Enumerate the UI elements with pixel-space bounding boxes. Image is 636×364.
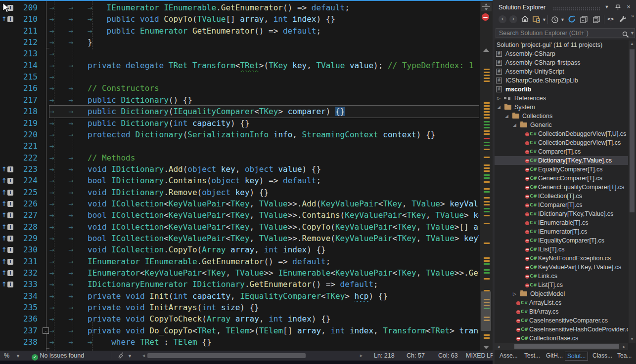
line-number[interactable]: 219 <box>0 118 38 129</box>
zoom-caret-icon[interactable]: ▼ <box>16 354 20 359</box>
panel-drag-texture[interactable] <box>553 7 600 11</box>
scroll-down-arrow-icon[interactable] <box>483 346 489 349</box>
tree-item-comparer-t-cs[interactable]: C#Comparer[T].cs <box>495 147 628 156</box>
tree-item-list-t-cs[interactable]: C#List[T].cs <box>495 281 628 289</box>
implementation-glyph-icon[interactable]: ↑I <box>1 165 13 173</box>
line-number[interactable]: 235 <box>0 302 38 314</box>
code-line[interactable]: →→void ICollection<KeyValuePair<TKey, TV… <box>49 221 479 233</box>
tree-scroll-down-icon[interactable]: ▼ <box>630 337 634 341</box>
scrollbar-thumb[interactable] <box>481 291 491 331</box>
code-line[interactable]: → <box>49 71 479 83</box>
implementation-glyph-icon[interactable]: ↑I <box>1 258 13 266</box>
code-line[interactable]: →→public Dictionary(int capacity) {} <box>49 118 479 129</box>
tree-item-genericcomparer-t-cs[interactable]: C#GenericComparer[T].cs <box>495 174 628 183</box>
tree-hscrollbar-thumb[interactable] <box>514 344 619 349</box>
tree-item-dictionary-tkey-tvalue-cs[interactable]: C#Dictionary[TKey,TValue].cs <box>495 156 628 165</box>
implementation-glyph-icon[interactable]: ↑I <box>1 223 13 231</box>
home-icon[interactable] <box>521 14 529 23</box>
code-line[interactable]: →→private void InitArrays(int size) {} <box>49 302 479 314</box>
chevron-expanded-icon[interactable]: ◢ <box>505 112 508 121</box>
line-number[interactable]: 212 <box>0 37 38 48</box>
tree-vertical-scrollbar[interactable]: ▲ ▼ <box>629 40 636 343</box>
chevron-expanded-icon[interactable]: ◢ <box>497 103 500 112</box>
code-line[interactable]: →→private void Do_CopyTo<TRet, TElem>(TE… <box>49 325 479 337</box>
tree-item-icomparer-t-cs[interactable]: C#IComparer[T].cs <box>495 201 628 209</box>
line-number[interactable]: 220 <box>0 129 38 141</box>
line-number[interactable]: 218 <box>0 106 38 118</box>
search-caret-icon[interactable]: ▼ <box>630 31 635 36</box>
tree-item-iequalitycomparer-t-cs[interactable]: C#IEqualityComparer[T].cs <box>495 236 628 245</box>
tool-tab-asse[interactable]: Asse... <box>498 352 520 360</box>
line-number[interactable]: 234 <box>0 290 38 302</box>
implementation-glyph-icon[interactable]: ↑I <box>1 281 13 288</box>
implementation-glyph-icon[interactable]: ↑I <box>1 177 13 185</box>
collapse-region-button[interactable]: - <box>43 327 49 334</box>
implementation-glyph-icon[interactable]: ↑I <box>1 269 13 277</box>
issues-indicator[interactable]: ✓ No issues found <box>32 352 84 361</box>
tree-item-caseinsensitivehashcodeprovider-cs[interactable]: C#CaseInsensitiveHashCodeProvider.cs <box>495 325 628 334</box>
tree-item-collections[interactable]: ◢Collections <box>495 112 628 121</box>
code-line[interactable]: →→IEnumerator IEnumerable.GetEnumerator(… <box>49 256 479 268</box>
tree-item-solution-project-gui-11-of-11-projects[interactable]: Solution 'project-gui' (11 of 11 project… <box>495 40 628 49</box>
filter-caret-icon[interactable]: ▼ <box>560 17 565 26</box>
implementation-glyph-icon[interactable]: ↑I <box>1 15 13 23</box>
code-line[interactable]: →→void ICollection.CopyTo(Array array, i… <box>49 244 479 256</box>
code-line[interactable]: →→bool IDictionary.Contains(object key) … <box>49 175 479 187</box>
code-line[interactable]: →→} <box>49 37 479 48</box>
tree-item-arraylist-cs[interactable]: C#ArrayList.cs <box>495 298 628 307</box>
line-number[interactable]: 214 <box>0 60 38 72</box>
tree-scrollbar-thumb[interactable] <box>630 49 635 212</box>
line-number[interactable]: 216 <box>0 82 38 94</box>
code-line[interactable]: →→IDictionaryEnumerator IDictionary.GetE… <box>49 279 479 290</box>
tree-item-system[interactable]: ◢System <box>495 103 628 112</box>
implementation-glyph-icon[interactable]: ↑I <box>1 211 13 219</box>
tree-item-icsharpcode-sharpziplib[interactable]: #ICSharpCode.SharpZipLib <box>495 76 628 85</box>
code-line[interactable]: →→bool ICollection<KeyValuePair<TKey, TV… <box>49 233 479 244</box>
tree-item-ienumerator-t-cs[interactable]: C#IEnumerator[T].cs <box>495 227 628 236</box>
code-line[interactable]: →→→public Enumerator GetEnumerator() => … <box>49 25 479 37</box>
tool-tab-class[interactable]: Class... <box>591 352 614 360</box>
tree-item-references[interactable]: ▷References <box>495 94 628 103</box>
code-line[interactable]: →→void ICollection<KeyValuePair<TKey, TV… <box>49 198 479 210</box>
sync-caret-icon[interactable]: ▼ <box>542 17 546 26</box>
tree-item-icollection-t-cs[interactable]: C#ICollection[T].cs <box>495 192 628 201</box>
implementation-glyph-icon[interactable]: ↑I <box>1 246 13 254</box>
tool-tab-test[interactable]: Test... <box>522 352 542 360</box>
line-number[interactable]: 213 <box>0 48 38 60</box>
hscrollbar-thumb[interactable] <box>147 353 306 358</box>
tree-item-genericequalitycomparer-t-cs[interactable]: C#GenericEqualityComparer[T].cs <box>495 183 628 192</box>
code-line[interactable]: → <box>49 48 479 60</box>
code-line[interactable]: →→bool ICollection<KeyValuePair<TKey, TV… <box>49 209 479 221</box>
tree-item-link-cs[interactable]: C#Link.cs <box>495 272 628 281</box>
line-number[interactable]: 221 <box>0 140 38 152</box>
code-line[interactable]: →→private delegate TRet Transform<TRet>(… <box>49 60 479 72</box>
outlining-margin-line[interactable] <box>46 1 46 351</box>
line-number[interactable]: 236 <box>0 313 38 325</box>
tree-item-generic[interactable]: ◢Generic <box>495 121 628 129</box>
status-encoding[interactable]: MIXED <box>466 352 486 359</box>
tree-scroll-left-icon[interactable]: ◄ <box>497 345 500 349</box>
search-icon[interactable] <box>622 30 629 39</box>
chevron-collapsed-icon[interactable]: ▷ <box>513 289 516 298</box>
code-line[interactable]: →→protected Dictionary(SerializationInfo… <box>49 129 479 141</box>
code-line[interactable]: →→private void Init(int capacity, IEqual… <box>49 290 479 302</box>
line-number[interactable]: 217 <box>0 94 38 106</box>
code-line[interactable]: →→void IDictionary.Remove(object key) {} <box>49 187 479 199</box>
tree-item-assembly-unityscript[interactable]: #Assembly-UnityScript <box>495 67 628 76</box>
properties-wrench-icon[interactable] <box>619 15 627 24</box>
tree-item-mscorlib[interactable]: #mscorlib <box>495 85 628 94</box>
implementation-glyph-icon[interactable]: ↑I <box>1 200 13 208</box>
tree-item-collectiondebuggerview-t-cs[interactable]: C#CollectionDebuggerView[T].cs <box>495 138 628 147</box>
tree-item-objectmodel[interactable]: ▷ObjectModel <box>495 289 628 298</box>
toolbar-overflow-icon[interactable]: » <box>631 13 634 22</box>
line-number[interactable]: 238 <box>0 336 38 348</box>
code-line[interactable]: →→void IDictionary.Add(object key, objec… <box>49 163 479 175</box>
hscroll-right-arrow-icon[interactable]: ► <box>359 353 363 358</box>
tree-item-collectiondebuggerview-t-u-cs[interactable]: C#CollectionDebuggerView[T,U].cs <box>495 129 628 138</box>
line-number[interactable]: 237 <box>0 325 38 337</box>
tree-item-keyvaluepair-tkey-tvalue-cs[interactable]: C#KeyValuePair[TKey,TValue].cs <box>495 263 628 272</box>
tree-item-bitarray-cs[interactable]: C#BitArray.cs <box>495 307 628 316</box>
tree-item-assembly-csharp-firstpass[interactable]: #Assembly-CSharp-firstpass <box>495 58 628 67</box>
code-editor[interactable]: 209↑I→→→IEnumerator IEnumerable.GetEnume… <box>0 0 493 364</box>
code-line[interactable]: →→// Methods <box>49 152 479 164</box>
